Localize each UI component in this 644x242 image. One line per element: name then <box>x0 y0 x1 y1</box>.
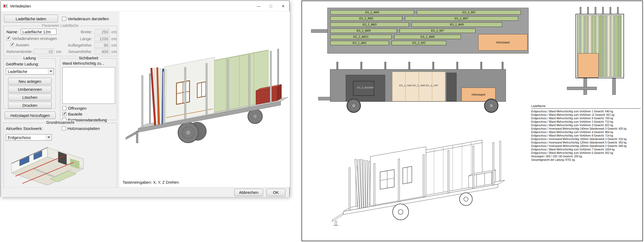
elevation-dark-panel: EG_3_IW2/IW3 <box>346 75 385 101</box>
minimize-button[interactable]: — <box>252 1 265 11</box>
elevation-post <box>456 62 458 70</box>
checkbox-bauteile[interactable]: Bauteile <box>62 112 82 116</box>
name-input[interactable] <box>21 29 57 35</box>
rest-height-input[interactable] <box>94 42 110 48</box>
elevation-trailer-body: EG_3_IW2/IW3 EG_2_AW5 EG_2_AW6 EG_2_AW7 … <box>330 69 506 102</box>
elevation-post <box>480 62 482 70</box>
print-button[interactable]: Drucken <box>8 102 52 109</box>
visibility-listbox[interactable] <box>62 67 115 104</box>
plan-panel-bar: EG_3_IW7 <box>400 28 476 33</box>
iso-drawbar <box>332 213 343 225</box>
delete-button[interactable]: Löschen <box>8 94 52 101</box>
plan-panel-bar: EG_2_AW1 <box>330 41 389 45</box>
load-list-line: Erdgeschoss / Innenwand Mehrschichtig 14… <box>531 127 641 130</box>
total-height-label: Gesamthöhe: <box>61 49 92 54</box>
add-woodpile-button[interactable]: Holzstapel hinzufügen <box>5 112 56 119</box>
end-view-rack <box>575 14 624 78</box>
load-list-line: Erdgeschoss / Wand Mehrschichtig zum Vor… <box>531 124 641 127</box>
load-list-line: Erdgeschoss / Wand Mehrschichtig zum Vor… <box>531 148 641 151</box>
elevation-post <box>360 62 362 70</box>
end-view-panel-bar <box>599 15 603 77</box>
load-list-line: Erdgeschoss / Wand Mehrschichtig zum Vor… <box>531 130 641 134</box>
elevation-post <box>432 62 434 70</box>
end-post <box>610 7 611 14</box>
desktop: Verladeplan — □ ✕ Ladefläche laden Verla… <box>0 0 644 242</box>
plan-drawbar <box>311 29 328 33</box>
plan-panel-bar: EG_2_AW5 <box>412 22 502 27</box>
name-label: Name: <box>6 30 18 34</box>
ok-button[interactable]: OK <box>266 189 285 196</box>
group-grundrissansicht: Grundrissansicht Aktuelles Stockwerk: Ho… <box>3 123 117 194</box>
dropdown-arrow-icon[interactable] <box>46 135 51 140</box>
close-button[interactable]: ✕ <box>277 1 289 11</box>
close-icon: ✕ <box>281 4 285 8</box>
checkbox-box <box>62 112 66 116</box>
new-button[interactable]: Neu anlegen <box>8 78 52 85</box>
trailer-3d-viewport[interactable]: Tasteneingaben: X, Y, Z Drehen <box>119 11 290 187</box>
elevation-center-label: EG_2_AW5 EG_2_AW6 EG_2_AW7 <box>392 84 445 87</box>
checkbox-verladerahmen-erzeugen[interactable]: Verladerahmen erzeugen <box>6 36 57 41</box>
load-list: Ladefläche Erdgeschoss / Wand Mehrschich… <box>531 104 641 162</box>
load-list-line: Holzstapel / 300 / 100 / 80 Gewicht: 200… <box>531 155 641 158</box>
current-floor-select[interactable]: Erdgeschoss <box>6 134 52 141</box>
total-height-input[interactable] <box>94 49 110 54</box>
frame-width-label: Rahmenbreite: <box>6 49 33 54</box>
checkbox-box <box>10 43 14 47</box>
woodpile-label: Holzstapel <box>472 93 485 96</box>
plan-panel-bar: EG_2_AW2 <box>330 16 402 21</box>
current-floor-label: Aktuelles Stockwerk: <box>6 126 43 131</box>
cancel-button[interactable]: Abbrechen <box>234 189 263 196</box>
wheel-hub <box>352 104 356 108</box>
load-list-line: Erdgeschoss / Innenwand Mehrschichtig 16… <box>531 137 641 141</box>
wheel-hub <box>489 104 493 108</box>
unit-label: cm <box>111 43 117 47</box>
elevation-post <box>408 62 410 70</box>
open-load-select[interactable]: Ladefläche <box>6 68 54 75</box>
width-input[interactable] <box>94 29 110 34</box>
window-controls: — □ ✕ <box>252 1 289 11</box>
checkbox-holzmassivplatten[interactable]: Holzmassivplatten <box>62 126 100 131</box>
end-view <box>574 7 625 99</box>
checkbox-verladeraum-darstellen[interactable]: Verladeraum darstellen <box>62 17 109 21</box>
plan-panel-bar: EG_2_AW3 <box>330 22 409 27</box>
unit-label: cm <box>111 49 117 54</box>
unit-label: cm <box>56 49 61 54</box>
checkbox-label: Verladerahmen erzeugen <box>12 36 57 41</box>
elevation-drawbar <box>318 97 331 100</box>
frame-width-input[interactable] <box>34 49 54 54</box>
load-area-button[interactable]: Ladefläche laden <box>4 15 58 23</box>
plan-panel-bar: EG_2_AW7 <box>405 16 518 21</box>
load-list-line: Erdgeschoss / Innenwand Mehrschichtig 16… <box>531 144 641 148</box>
plan-panel-bar: EG_3_IW2 <box>417 10 521 15</box>
app-icon <box>3 4 8 9</box>
verladeplan-dialog: Verladeplan — □ ✕ Ladefläche laden Verla… <box>1 1 289 197</box>
dialog-titlebar[interactable]: Verladeplan — □ ✕ <box>1 1 289 11</box>
plan-panel-bar: EG_2_AW11 <box>330 35 392 39</box>
checkbox-box <box>6 36 10 40</box>
iso-view <box>327 132 514 239</box>
checkbox-aussen[interactable]: Aussen <box>10 43 29 47</box>
load-list-line: Gesamtgewicht der Ladung: 8701 kg <box>531 158 641 162</box>
iso-line-drawing <box>327 132 514 239</box>
dropdown-arrow-icon[interactable] <box>48 69 53 74</box>
status-text: Tasteneingaben: X, Y, Z Drehen <box>123 180 179 184</box>
maximize-icon: □ <box>270 4 272 8</box>
unit-label: cm <box>111 30 117 34</box>
elevation-dark-panel-2 <box>446 73 457 101</box>
width-label: Breite: <box>61 30 92 34</box>
end-view-panel-bar <box>614 15 618 77</box>
length-input[interactable] <box>94 36 110 41</box>
group-title: Sichtbarkeit <box>77 56 100 60</box>
loading-plan-sheet: EG_2_AW4EG_3_IW2EG_2_AW2EG_2_AW7EG_2_AW3… <box>301 1 643 241</box>
length-label: Länge: <box>61 36 92 41</box>
checkbox-oeffnungen[interactable]: Öffnungen <box>62 106 87 110</box>
load-list-line: Erdgeschoss / Wand Mehrschichtig zum Vor… <box>531 120 641 124</box>
rename-button[interactable]: Umbenennen <box>8 86 52 93</box>
checkbox-box <box>62 17 66 21</box>
open-load-label: Geöffnete Ladung: <box>6 62 39 66</box>
group-ladung: Ladung Geöffnete Ladung: Ladefläche Neu … <box>3 58 56 109</box>
end-post <box>617 7 619 14</box>
checkbox-box <box>62 106 66 110</box>
end-view-panel-bar <box>618 15 621 77</box>
maximize-button[interactable]: □ <box>265 1 277 11</box>
